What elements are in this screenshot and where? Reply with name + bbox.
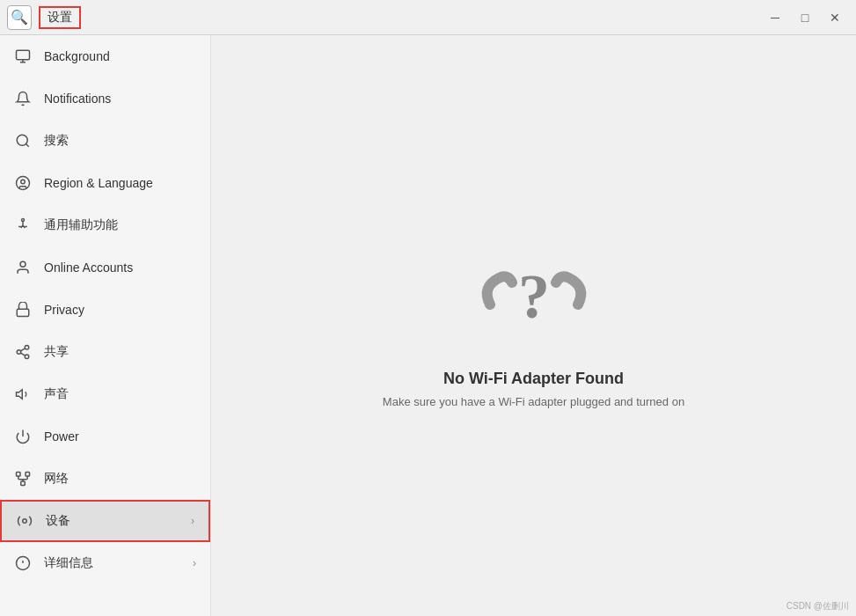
sharing-icon xyxy=(14,343,32,361)
svg-line-4 xyxy=(26,143,28,146)
svg-line-14 xyxy=(20,348,25,351)
sidebar-item-label-devices: 设备 xyxy=(46,513,179,529)
search-sidebar-icon xyxy=(14,132,32,150)
sidebar-item-label-sharing: 共享 xyxy=(44,344,196,360)
svg-point-6 xyxy=(21,180,26,184)
sidebar-item-sharing[interactable]: 共享 xyxy=(0,331,210,373)
sidebar-item-label-power: Power xyxy=(44,429,196,444)
sidebar-item-region-language[interactable]: Region & Language xyxy=(0,162,210,204)
svg-point-21 xyxy=(23,519,27,524)
svg-rect-0 xyxy=(17,50,30,60)
sidebar: Background Notifications 搜索 Region & Lan… xyxy=(0,35,211,616)
sidebar-item-label-accessibility: 通用辅助功能 xyxy=(44,217,196,233)
svg-rect-17 xyxy=(17,473,21,477)
svg-marker-15 xyxy=(17,390,23,400)
background-icon xyxy=(14,48,32,65)
window-controls: ─ □ ✕ xyxy=(761,5,849,30)
titlebar: 🔍 设置 ─ □ ✕ xyxy=(0,0,856,35)
search-icon: 🔍 xyxy=(11,9,28,26)
sidebar-item-label-search: 搜索 xyxy=(44,133,196,149)
close-button[interactable]: ✕ xyxy=(821,5,849,30)
svg-rect-18 xyxy=(26,473,30,477)
svg-text:?: ? xyxy=(518,261,550,332)
svg-point-10 xyxy=(25,346,29,350)
notifications-icon xyxy=(14,90,32,107)
sidebar-item-background[interactable]: Background xyxy=(0,35,210,77)
power-icon xyxy=(14,428,32,445)
restore-button[interactable]: □ xyxy=(791,5,819,30)
devices-icon xyxy=(16,512,33,530)
network-icon xyxy=(14,470,32,488)
window-title: 设置 xyxy=(39,6,81,29)
sidebar-item-label-online-accounts: Online Accounts xyxy=(44,260,196,275)
search-button[interactable]: 🔍 xyxy=(7,5,32,30)
sidebar-item-label-sound: 声音 xyxy=(44,386,196,402)
svg-point-3 xyxy=(17,135,27,145)
sidebar-item-label-region: Region & Language xyxy=(44,176,196,190)
privacy-icon xyxy=(14,301,32,319)
no-wifi-subtitle: Make sure you have a Wi-Fi adapter plugg… xyxy=(383,395,684,408)
chevron-right-devices-icon: › xyxy=(191,515,194,527)
sidebar-item-label-details: 详细信息 xyxy=(44,555,180,571)
content-area: ? No Wi-Fi Adapter Found Make sure you h… xyxy=(211,35,856,616)
sidebar-item-privacy[interactable]: Privacy xyxy=(0,289,210,331)
region-language-icon xyxy=(14,174,32,192)
sidebar-item-notifications[interactable]: Notifications xyxy=(0,77,210,120)
sidebar-item-label-network: 网络 xyxy=(44,471,196,487)
svg-point-7 xyxy=(22,219,25,222)
sound-icon xyxy=(14,385,32,403)
no-wifi-illustration: ? xyxy=(464,243,604,352)
svg-point-11 xyxy=(17,350,21,355)
svg-rect-19 xyxy=(21,481,26,486)
chevron-right-details-icon: › xyxy=(193,557,196,569)
sidebar-item-label-privacy: Privacy xyxy=(44,303,196,317)
sidebar-item-sound[interactable]: 声音 xyxy=(0,373,210,415)
svg-point-8 xyxy=(20,261,26,267)
sidebar-item-online-accounts[interactable]: Online Accounts xyxy=(0,246,210,289)
svg-line-13 xyxy=(20,353,25,356)
svg-point-12 xyxy=(25,355,29,359)
sidebar-item-accessibility[interactable]: 通用辅助功能 xyxy=(0,204,210,246)
online-accounts-icon xyxy=(14,259,32,276)
sidebar-item-network[interactable]: 网络 xyxy=(0,458,210,500)
watermark: CSDN @佐删川 xyxy=(786,600,849,612)
minimize-button[interactable]: ─ xyxy=(761,5,789,30)
sidebar-item-power[interactable]: Power xyxy=(0,415,210,458)
details-icon xyxy=(14,554,32,572)
accessibility-icon xyxy=(14,216,32,234)
sidebar-item-label-notifications: Notifications xyxy=(44,92,196,106)
sidebar-item-search[interactable]: 搜索 xyxy=(0,120,210,162)
sidebar-item-details[interactable]: 详细信息 › xyxy=(0,542,210,584)
svg-rect-9 xyxy=(17,309,29,316)
main-layout: Background Notifications 搜索 Region & Lan… xyxy=(0,35,856,616)
sidebar-item-devices[interactable]: 设备 › xyxy=(0,500,210,542)
sidebar-item-label-background: Background xyxy=(44,49,196,63)
no-wifi-title: No Wi-Fi Adapter Found xyxy=(443,370,624,388)
